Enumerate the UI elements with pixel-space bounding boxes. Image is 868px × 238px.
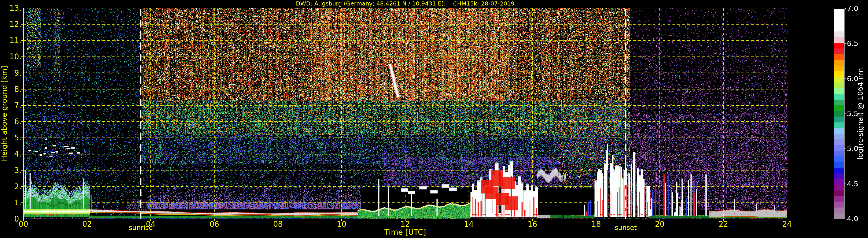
x-tick-label: 20 bbox=[650, 220, 670, 229]
sunset-annotation: sunset bbox=[602, 224, 649, 231]
y-tick-label: 4. bbox=[0, 149, 22, 159]
y-tick-label: 2. bbox=[0, 182, 22, 191]
ceilometer-quicklook-figure: DWD: Augsburg (Germany; 48.4261 N / 10.9… bbox=[0, 0, 868, 238]
y-tick-label: 7. bbox=[0, 101, 22, 110]
y-tick-label: 12. bbox=[0, 20, 22, 29]
y-axis-label: Height above ground [km] bbox=[0, 66, 9, 161]
y-tick-label: 3. bbox=[0, 166, 22, 175]
ceilometer-heatmap-canvas bbox=[0, 0, 868, 238]
x-tick-label: 16 bbox=[522, 220, 542, 229]
y-tick-label: 5. bbox=[0, 133, 22, 142]
y-tick-label: 13. bbox=[0, 3, 22, 13]
x-tick-label: 12 bbox=[395, 220, 415, 229]
y-tick-label: 6. bbox=[0, 117, 22, 126]
colorbar-tick-label: 7.0 bbox=[847, 4, 867, 13]
x-tick-label: 14 bbox=[459, 220, 479, 229]
x-tick-label: 22 bbox=[713, 220, 734, 229]
x-tick-label: 02 bbox=[77, 220, 97, 229]
colorbar-tick-label: 6.5 bbox=[847, 39, 867, 48]
sunrise-annotation: sunrise bbox=[118, 224, 164, 231]
y-tick-label: 10. bbox=[0, 52, 22, 61]
y-tick-label: 8. bbox=[0, 84, 22, 94]
x-tick-label: 00 bbox=[13, 220, 34, 229]
y-tick-label: 1. bbox=[0, 198, 22, 207]
colorbar-label: log(rc-signal) @ 1064 nm bbox=[856, 68, 865, 160]
x-tick-label: 06 bbox=[204, 220, 224, 229]
x-tick-label: 08 bbox=[268, 220, 288, 229]
x-tick-label: 24 bbox=[777, 220, 797, 229]
y-tick-label: 9. bbox=[0, 68, 22, 78]
colorbar-tick-label: 4.5 bbox=[847, 180, 867, 188]
y-tick-label: 11. bbox=[0, 36, 22, 45]
page-title: DWD: Augsburg (Germany; 48.4261 N / 10.9… bbox=[24, 0, 787, 7]
x-tick-label: 10 bbox=[332, 220, 352, 229]
colorbar-tick-label: 4.0 bbox=[847, 215, 867, 223]
x-axis-label: Time [UTC] bbox=[362, 228, 448, 237]
